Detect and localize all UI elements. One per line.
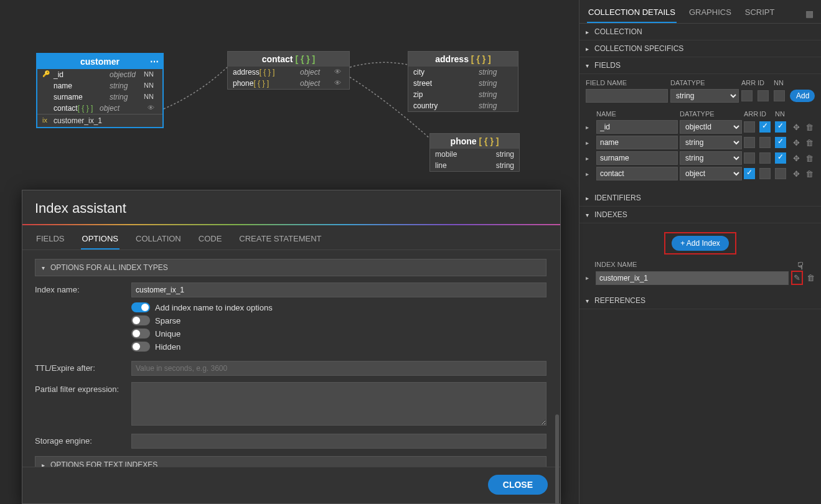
new-field-nn-check[interactable]: [774, 90, 785, 101]
entity-contact[interactable]: contact [ { } ] address[ { } ] object 👁 …: [227, 51, 350, 90]
field-arr-check[interactable]: [744, 137, 755, 148]
partial-filter-textarea[interactable]: [131, 382, 547, 426]
tab-collection-details[interactable]: COLLECTION DETAILS: [587, 4, 677, 23]
field-row[interactable]: name string NN: [37, 80, 162, 91]
scrollbar[interactable]: [555, 414, 559, 504]
new-field-type-select[interactable]: string: [670, 89, 739, 103]
field-id-check[interactable]: [759, 121, 771, 133]
section-identifiers[interactable]: ▸IDENTIFIERS: [579, 190, 821, 207]
toggle-sparse[interactable]: [131, 315, 150, 325]
move-icon[interactable]: ✥: [791, 169, 802, 179]
field-nn-check[interactable]: [775, 121, 786, 133]
accordion-all-types[interactable]: ▾OPTIONS FOR ALL INDEX TYPES: [35, 259, 547, 276]
storage-engine-input[interactable]: [131, 434, 547, 449]
toggle-unique[interactable]: [131, 329, 150, 338]
section-specifics[interactable]: ▸COLLECTION SPECIFICS: [579, 40, 821, 57]
entity-address[interactable]: address [ { } ] citystring streetstring …: [408, 51, 518, 112]
field-row[interactable]: mobilestring: [430, 149, 519, 160]
field-id-check[interactable]: [759, 152, 771, 164]
tab-fields[interactable]: FIELDS: [35, 231, 66, 250]
new-field-arr-check[interactable]: [741, 90, 753, 101]
field-row: ▸objectId✥🗑: [586, 120, 815, 134]
chevron-right-icon[interactable]: ▸: [586, 124, 594, 131]
partial-filter-label: Partial filter expression:: [35, 382, 131, 394]
entity-phone[interactable]: phone [ { } ] mobilestring linestring: [429, 133, 520, 172]
index-name-input[interactable]: [596, 271, 789, 285]
index-name-input[interactable]: [131, 282, 547, 297]
eye-icon[interactable]: 👁: [148, 104, 157, 113]
eye-icon[interactable]: 👁: [334, 79, 344, 88]
field-row[interactable]: phone[ { } ] object 👁: [228, 78, 349, 89]
field-arr-check[interactable]: [744, 121, 755, 133]
field-row[interactable]: countrystring: [408, 100, 518, 111]
accordion-text-indexes[interactable]: ▸OPTIONS FOR TEXT INDEXES: [35, 456, 547, 467]
section-collection[interactable]: ▸COLLECTION: [579, 24, 821, 40]
field-name-input[interactable]: [596, 167, 678, 180]
trash-icon[interactable]: 🗑: [804, 138, 815, 147]
field-arr-check[interactable]: [744, 168, 755, 179]
trash-icon[interactable]: 🗑: [804, 123, 815, 132]
field-row[interactable]: zipstring: [408, 89, 518, 100]
entity-header[interactable]: phone [ { } ]: [430, 134, 519, 149]
move-icon[interactable]: ✥: [791, 123, 802, 132]
move-icon[interactable]: ✥: [791, 154, 802, 163]
section-references[interactable]: ▾REFERENCES: [579, 292, 821, 309]
field-name-input[interactable]: [596, 136, 678, 149]
field-name-input[interactable]: [596, 120, 678, 134]
field-row[interactable]: surname string NN: [37, 91, 162, 103]
ttl-input[interactable]: [131, 361, 547, 376]
toggle-hidden[interactable]: [131, 342, 150, 352]
tab-graphics[interactable]: GRAPHICS: [688, 4, 733, 23]
tab-collation[interactable]: COLLATION: [134, 231, 182, 250]
entity-header[interactable]: address [ { } ]: [408, 52, 518, 67]
field-nn-check[interactable]: [775, 152, 786, 164]
chevron-right-icon[interactable]: ▸: [586, 155, 594, 162]
add-field-button[interactable]: Add: [790, 90, 815, 102]
field-type-select[interactable]: objectId: [680, 120, 742, 134]
field-arr-check[interactable]: [744, 152, 755, 164]
field-row[interactable]: streetstring: [408, 78, 518, 89]
trash-icon[interactable]: 🗑: [804, 154, 815, 163]
section-indexes[interactable]: ▾INDEXES: [579, 207, 821, 223]
tab-create-statement[interactable]: CREATE STATEMENT: [238, 231, 322, 250]
trash-icon[interactable]: 🗑: [807, 273, 815, 282]
close-button[interactable]: CLOSE: [488, 475, 548, 495]
columns-icon[interactable]: ▦: [805, 9, 814, 19]
toggle-add-name[interactable]: [131, 302, 150, 312]
tab-options[interactable]: OPTIONS: [81, 231, 120, 250]
field-type-select[interactable]: object: [680, 167, 742, 180]
trash-icon[interactable]: 🗑: [804, 169, 815, 179]
chevron-right-icon[interactable]: ▸: [586, 274, 593, 281]
field-row[interactable]: contact[ { } ] object 👁: [37, 103, 162, 114]
move-icon[interactable]: ✥: [791, 138, 802, 147]
section-fields[interactable]: ▾FIELDS: [579, 57, 821, 74]
add-index-button[interactable]: + Add Index: [672, 236, 729, 251]
eye-icon[interactable]: 👁: [334, 68, 344, 77]
field-row[interactable]: linestring: [430, 160, 519, 171]
field-row[interactable]: address[ { } ] object 👁: [228, 67, 349, 78]
field-id-check[interactable]: [759, 137, 771, 148]
chevron-right-icon[interactable]: ▸: [586, 139, 594, 146]
tab-script[interactable]: SCRIPT: [744, 4, 776, 23]
field-nn-check[interactable]: [775, 168, 786, 179]
index-icon: ix: [42, 116, 54, 125]
col-datatype: DATATYPE: [670, 79, 739, 86]
new-field-id-check[interactable]: [758, 90, 769, 101]
new-field-name-input[interactable]: [586, 89, 668, 103]
field-name-input[interactable]: [596, 151, 678, 165]
field-id-check[interactable]: [759, 168, 771, 179]
field-row[interactable]: 🔑 _id objectId NN: [37, 69, 162, 80]
index-row[interactable]: ix customer_ix_1: [37, 114, 162, 127]
edit-icon[interactable]: ✎: [794, 273, 800, 282]
chevron-right-icon[interactable]: ▸: [586, 170, 594, 177]
entity-header[interactable]: customer ⋯: [37, 54, 162, 69]
entity-menu-icon[interactable]: ⋯: [150, 57, 159, 67]
field-row[interactable]: citystring: [408, 67, 518, 78]
field-type-select[interactable]: string: [680, 151, 742, 165]
field-nn-check[interactable]: [775, 137, 786, 148]
entity-header[interactable]: contact [ { } ]: [228, 52, 349, 67]
tab-code[interactable]: CODE: [197, 231, 223, 250]
ttl-label: TTL/Expire after:: [35, 361, 131, 373]
field-type-select[interactable]: string: [680, 136, 742, 149]
entity-customer[interactable]: customer ⋯ 🔑 _id objectId NN name string…: [36, 53, 164, 128]
